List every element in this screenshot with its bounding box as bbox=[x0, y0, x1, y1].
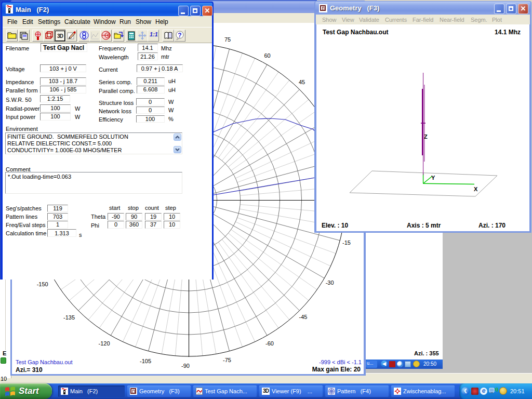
svg-text:-60: -60 bbox=[265, 340, 274, 347]
svg-text:45: 45 bbox=[299, 79, 305, 85]
svg-text:Y: Y bbox=[431, 175, 435, 181]
svg-text:-45: -45 bbox=[299, 314, 308, 320]
svg-text:60: 60 bbox=[264, 52, 270, 59]
svg-text:?: ? bbox=[178, 32, 181, 39]
svg-text:75: 75 bbox=[224, 36, 231, 43]
svg-text:-150: -150 bbox=[37, 281, 48, 287]
svg-text:-75: -75 bbox=[223, 357, 231, 363]
svg-text:-15: -15 bbox=[342, 240, 351, 246]
svg-text:-120: -120 bbox=[98, 340, 110, 347]
svg-text:Z: Z bbox=[424, 134, 428, 140]
svg-text:-30: -30 bbox=[326, 280, 334, 286]
svg-text:-105: -105 bbox=[140, 358, 151, 364]
svg-text:-90: -90 bbox=[181, 363, 190, 369]
svg-text:X: X bbox=[474, 186, 478, 192]
svg-text:-135: -135 bbox=[63, 314, 75, 321]
